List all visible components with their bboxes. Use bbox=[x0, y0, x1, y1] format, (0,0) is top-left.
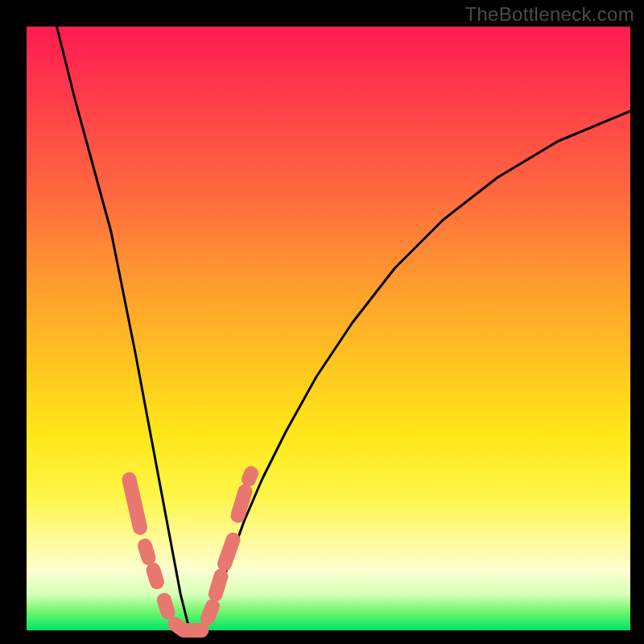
highlight-capsule bbox=[225, 540, 233, 564]
highlight-capsule bbox=[249, 473, 251, 480]
highlight-capsule bbox=[130, 480, 141, 528]
highlight-capsule bbox=[238, 492, 246, 516]
bottleneck-chart bbox=[27, 27, 630, 630]
marker-layer bbox=[130, 473, 252, 630]
watermark-text: TheBottleneck.com bbox=[464, 3, 634, 26]
highlight-capsule bbox=[164, 601, 168, 613]
highlight-capsule bbox=[145, 546, 149, 558]
highlight-capsule bbox=[208, 606, 213, 618]
highlight-capsule bbox=[154, 570, 158, 582]
chart-frame: TheBottleneck.com bbox=[0, 0, 644, 644]
highlight-capsule bbox=[216, 576, 221, 595]
